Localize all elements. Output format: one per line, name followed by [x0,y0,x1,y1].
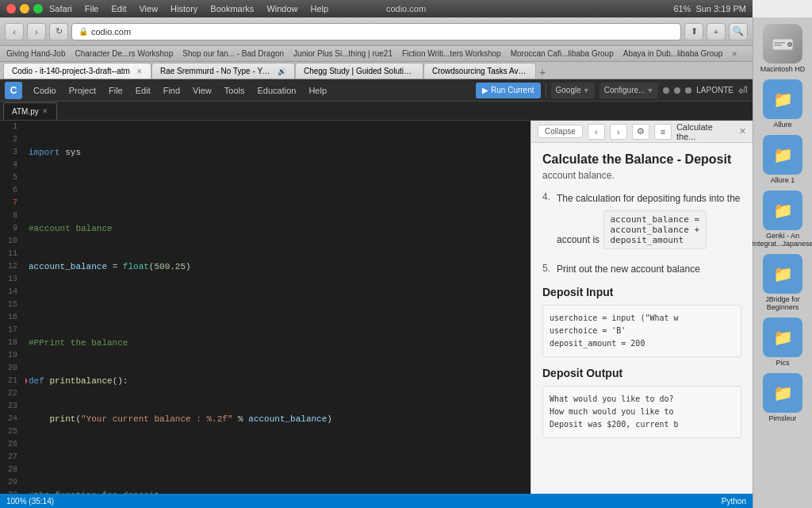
codio-menu-view[interactable]: View [186,79,218,102]
tab-codio-label: Codio - it-140-project-3-draft--atm [12,67,130,75]
menu-edit[interactable]: Edit [111,4,126,13]
reload-button[interactable]: ↻ [49,23,68,40]
ln-8: 8 [0,210,21,222]
mac-allure1-icon[interactable]: 📁 Allure 1 [759,135,806,184]
codio-menu-edit[interactable]: Edit [129,79,157,102]
bookmark-5[interactable]: Fiction Writi...ters Workshop [402,49,501,58]
panel-settings-button[interactable]: ⚙ [632,124,649,140]
panel-menu-button[interactable]: ≡ [654,124,672,140]
deposit-input-code: userchoice = input ("What wuserchoice = … [542,305,741,357]
codio-menu-codio[interactable]: Codio [27,79,63,102]
new-tab-button[interactable]: + [707,23,726,40]
allure-icon-img: 📁 [763,79,802,119]
browser-tabs-bar: Codio - it-140-project-3-draft--atm ✕ Ra… [0,62,753,79]
bookmark-6[interactable]: Moroccan Cafi...libaba Group [511,49,614,58]
tab-youtube[interactable]: Rae Sremmurd - No Type - YouTube 🔊 [151,63,295,79]
menu-file[interactable]: File [85,4,99,13]
forward-button[interactable]: › [27,23,46,40]
ln-5: 5 [0,171,21,184]
menu-history[interactable]: History [170,4,197,13]
tab-chegg[interactable]: Chegg Study | Guided Solutions and Study… [295,63,423,79]
ln-14: 14 [0,286,21,298]
allure-label: Allure [773,121,791,129]
svg-rect-3 [774,42,785,44]
codio-menu-tools[interactable]: Tools [218,79,251,102]
close-button[interactable] [6,4,16,13]
ln-2: 2 [0,133,21,146]
address-bar[interactable]: 🔒 codio.com [71,23,681,40]
menu-bookmarks[interactable]: Bookmarks [210,4,254,13]
mac-sidebar: Macintosh HD 📁 Allure 📁 Allure 1 📁 Genki… [753,17,812,508]
step-4: 4. The calculation for depositing funds … [542,190,741,254]
ln-17: 17 [0,324,21,337]
bookmarks-bar: Giving Hand-Job Character De...rs Worksh… [0,46,753,62]
bookmark-3[interactable]: Shop our fan... - Bad Dragon [182,49,284,58]
mac-allure-icon[interactable]: 📁 Allure [759,79,806,129]
bookmark-7[interactable]: Abaya in Dub...libaba Group [623,49,723,58]
code-lines[interactable]: import sys #account balance account_bala… [25,121,530,494]
configure-label: Configure... [604,86,645,94]
codio-app: C Codio Project File Edit Find View Tool… [0,79,753,508]
codio-menu-help[interactable]: Help [302,79,333,102]
tab-codio[interactable]: Codio - it-140-project-3-draft--atm ✕ [3,63,151,79]
menu-help[interactable]: Help [311,4,329,13]
lock-icon: 🔒 [79,27,88,36]
menu-window[interactable]: Window [266,4,297,13]
breakpoint-7 [25,378,27,384]
back-button[interactable]: ‹ [5,23,24,40]
ln-15: 15 [0,298,21,311]
codio-menu-file[interactable]: File [102,79,129,102]
codio-menu-project[interactable]: Project [63,79,102,102]
logout-icon[interactable]: ⏎ [738,84,748,97]
panel-prev-button[interactable]: ‹ [588,124,605,140]
battery-indicator: 61% [673,4,691,13]
collapse-button[interactable]: Collapse [538,125,583,138]
panel-header: Collapse ‹ › ⚙ ≡ Calculate the... ✕ [531,121,753,143]
hd-icon-img [763,24,802,64]
codio-menu-education[interactable]: Education [251,79,302,102]
codio-logo: C [5,82,22,99]
ln-24: 24 [0,413,21,425]
codio-menu-find[interactable]: Find [157,79,186,102]
code-line-6: #PPrint the balance [29,337,527,349]
tab-codio-close[interactable]: ✕ [136,67,143,75]
title-url: codio.com [386,4,426,13]
code-editor[interactable]: 1 2 3 4 5 6 7 8 9 10 11 12 13 14 [0,121,530,494]
status-bar: 100% (35:14) Python [0,494,753,508]
allure1-icon-img: 📁 [763,135,802,175]
panel-close-button[interactable]: ✕ [739,126,746,137]
maximize-button[interactable] [33,4,43,13]
bookmark-4[interactable]: Junior Plus Si...thing | rue21 [293,49,393,58]
configure-button[interactable]: Configure... ▼ [599,83,659,98]
panel-next-button[interactable]: › [610,124,627,140]
bookmark-1[interactable]: Giving Hand-Job [6,49,65,58]
mac-hd-icon[interactable]: Macintosh HD [759,24,806,73]
mac-jbridge-icon[interactable]: 📁 JBridge for Beginners [759,254,806,311]
run-current-button[interactable]: ▶ Run Current [476,83,540,98]
file-tab-close[interactable]: ✕ [42,107,48,115]
ln-1: 1 [0,121,21,133]
code-line-4: account_balance = float(500.25) [29,260,527,273]
share-button[interactable]: ⬆ [684,23,703,40]
ln-10: 10 [0,235,21,248]
step-4-num: 4. [542,190,550,254]
tab-youtube-close[interactable]: 🔊 [278,67,286,75]
more-bookmarks[interactable]: » [732,49,737,58]
file-tab-atm[interactable]: ATM.py ✕ [3,102,57,120]
menu-view[interactable]: View [139,4,158,13]
time-display: Sun 3:19 PM [695,4,746,13]
genki-label: Genki - An Integrat...Japanese [752,232,812,248]
new-tab-icon[interactable]: + [539,66,546,79]
mac-pimsleur-icon[interactable]: 📁 Pimsleur [759,373,806,422]
mac-genki-icon[interactable]: 📁 Genki - An Integrat...Japanese [759,190,806,248]
search-button[interactable]: 🔍 [729,23,748,40]
google-label: Google [556,86,581,94]
google-button[interactable]: Google ▼ [551,83,595,98]
code-line-1: import sys [29,146,527,159]
tab-youtube-label: Rae Sremmurd - No Type - YouTube [160,67,271,75]
bookmark-2[interactable]: Character De...rs Workshop [75,49,173,58]
mac-pics-icon[interactable]: 📁 Pics [759,318,806,367]
tab-crowd[interactable]: Crowdsourcing Tasks Available - lynettea… [423,63,536,79]
status-position: 100% (35:14) [6,497,54,506]
minimize-button[interactable] [20,4,29,13]
